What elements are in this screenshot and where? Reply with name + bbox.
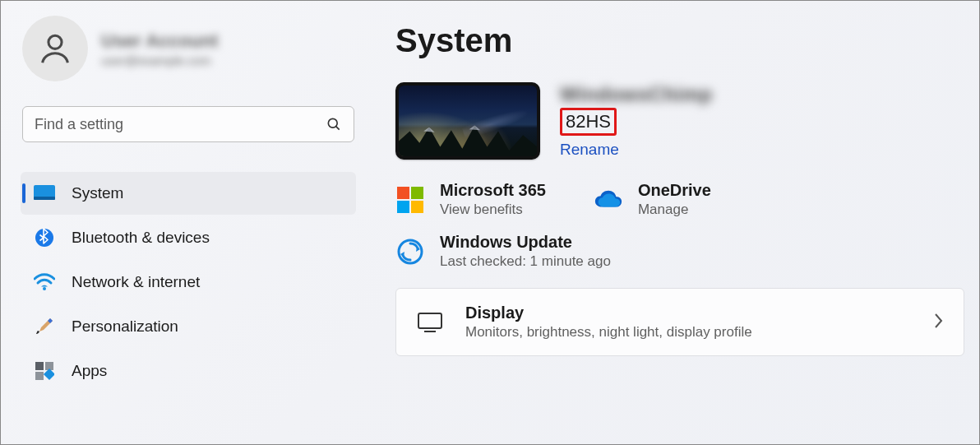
svg-rect-14 bbox=[397, 187, 409, 199]
card-sub: Monitors, brightness, night light, displ… bbox=[465, 324, 911, 341]
device-name: WindowsChimp bbox=[560, 83, 713, 106]
sidebar-item-system[interactable]: System bbox=[21, 172, 356, 215]
sidebar-item-label: Bluetooth & devices bbox=[72, 229, 210, 247]
system-icon bbox=[34, 183, 55, 204]
svg-marker-12 bbox=[423, 127, 434, 132]
search-box[interactable] bbox=[22, 106, 354, 142]
bluetooth-icon bbox=[34, 227, 55, 248]
search-input[interactable] bbox=[35, 116, 326, 133]
update-icon bbox=[395, 237, 425, 267]
profile-email: user@example.com bbox=[101, 53, 218, 67]
svg-marker-13 bbox=[469, 125, 480, 130]
apps-icon bbox=[34, 360, 55, 382]
svg-rect-4 bbox=[34, 197, 55, 200]
sidebar-item-bluetooth[interactable]: Bluetooth & devices bbox=[21, 216, 356, 259]
page-title: System bbox=[395, 22, 964, 59]
chevron-right-icon bbox=[932, 312, 944, 333]
sidebar-item-network[interactable]: Network & internet bbox=[21, 261, 356, 304]
brush-icon bbox=[34, 316, 55, 337]
svg-rect-21 bbox=[418, 313, 441, 328]
avatar bbox=[22, 16, 88, 81]
user-icon bbox=[36, 30, 74, 67]
profile-name: User Account bbox=[101, 30, 218, 52]
sidebar-item-label: Apps bbox=[72, 362, 107, 380]
display-icon bbox=[416, 308, 444, 336]
profile-text: User Account user@example.com bbox=[101, 30, 218, 67]
tile-sub: View benefits bbox=[440, 202, 546, 218]
svg-rect-16 bbox=[397, 201, 409, 213]
card-title: Display bbox=[465, 304, 911, 322]
sidebar-item-label: System bbox=[72, 184, 123, 202]
sidebar-item-label: Network & internet bbox=[72, 273, 200, 291]
svg-rect-10 bbox=[44, 369, 54, 380]
tile-onedrive[interactable]: OneDrive Manage bbox=[594, 181, 711, 218]
svg-point-1 bbox=[328, 118, 337, 127]
svg-rect-9 bbox=[35, 372, 44, 380]
wifi-icon bbox=[34, 271, 55, 293]
tile-windows-update[interactable]: Windows Update Last checked: 1 minute ag… bbox=[395, 233, 611, 270]
sidebar-item-personalization[interactable]: Personalization bbox=[21, 305, 356, 348]
card-display[interactable]: Display Monitors, brightness, night ligh… bbox=[395, 288, 964, 356]
profile-block[interactable]: User Account user@example.com bbox=[17, 16, 359, 81]
sidebar-item-label: Personalization bbox=[72, 318, 178, 336]
device-summary: WindowsChimp 82HS Rename bbox=[395, 82, 964, 160]
svg-point-6 bbox=[43, 287, 46, 290]
svg-rect-7 bbox=[35, 362, 44, 370]
search-icon bbox=[326, 116, 342, 132]
tile-title: OneDrive bbox=[638, 181, 711, 200]
microsoft-logo-icon bbox=[395, 185, 425, 215]
svg-rect-15 bbox=[411, 187, 423, 199]
svg-rect-17 bbox=[411, 201, 423, 213]
tile-sub: Manage bbox=[638, 202, 711, 218]
svg-point-0 bbox=[49, 35, 62, 49]
tile-microsoft-365[interactable]: Microsoft 365 View benefits bbox=[395, 181, 546, 218]
svg-point-5 bbox=[35, 229, 53, 247]
sidebar-item-apps[interactable]: Apps bbox=[21, 350, 356, 392]
svg-line-2 bbox=[336, 127, 340, 130]
device-model: 82HS bbox=[560, 108, 617, 136]
tile-title: Windows Update bbox=[440, 233, 611, 252]
rename-link[interactable]: Rename bbox=[560, 141, 713, 159]
tile-title: Microsoft 365 bbox=[440, 181, 546, 200]
svg-marker-11 bbox=[399, 125, 537, 156]
tile-sub: Last checked: 1 minute ago bbox=[440, 253, 611, 270]
device-wallpaper-thumb[interactable] bbox=[395, 82, 540, 160]
onedrive-icon bbox=[594, 185, 623, 215]
